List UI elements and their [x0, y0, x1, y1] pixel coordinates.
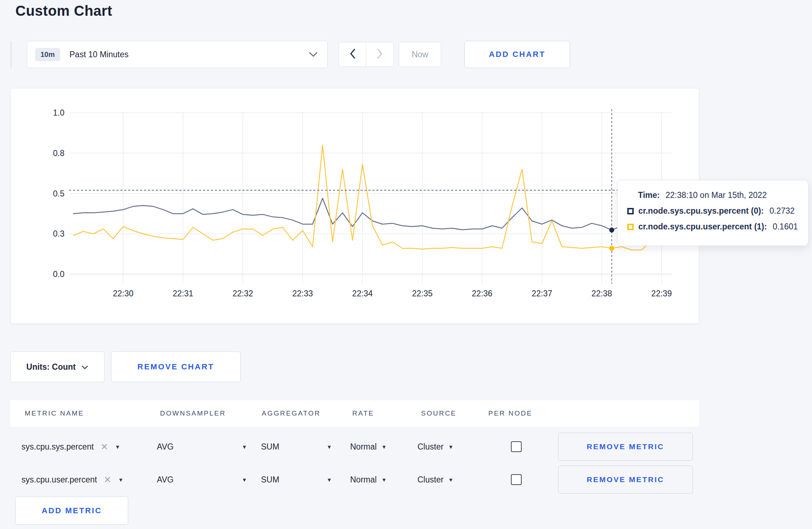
- units-dropdown[interactable]: Units: Count: [10, 351, 105, 382]
- column-header-downsampler: DOWNSAMPLER: [160, 400, 226, 427]
- chart-tooltip: Time: 22:38:10 on Mar 15th, 2022 cr.node…: [617, 180, 808, 246]
- tooltip-series-label: cr.node.sys.cpu.sys.percent (0):: [638, 206, 764, 216]
- caret-down-icon[interactable]: ▼: [118, 477, 124, 482]
- svg-text:22:36: 22:36: [472, 289, 493, 298]
- metrics-table-header: METRIC NAME DOWNSAMPLER AGGREGATOR RATE …: [10, 400, 699, 427]
- remove-metric-label: REMOVE METRIC: [587, 475, 664, 484]
- tooltip-series-label: cr.node.sys.cpu.user.percent (1):: [638, 222, 767, 232]
- aggregator-dropdown[interactable]: SUM ▼: [261, 466, 332, 494]
- caret-down-icon: ▼: [242, 477, 247, 482]
- svg-text:0.0: 0.0: [53, 270, 64, 279]
- next-time-button[interactable]: [366, 42, 393, 67]
- rate-value: Normal: [350, 475, 377, 485]
- units-label: Units: Count: [26, 362, 76, 372]
- time-pager: [339, 42, 394, 67]
- remove-metric-button[interactable]: REMOVE METRIC: [558, 466, 693, 494]
- add-metric-label: ADD METRIC: [42, 506, 102, 515]
- svg-text:22:35: 22:35: [412, 289, 433, 298]
- svg-text:0.3: 0.3: [53, 229, 64, 238]
- svg-text:22:39: 22:39: [651, 289, 672, 298]
- svg-text:22:31: 22:31: [173, 289, 193, 298]
- prev-time-button[interactable]: [339, 42, 366, 67]
- per-node-checkbox[interactable]: [511, 474, 522, 485]
- metric-name-dropdown[interactable]: sys.cpu.user.percent ✕ ▼: [21, 466, 124, 494]
- aggregator-dropdown[interactable]: SUM ▼: [261, 433, 332, 461]
- source-dropdown[interactable]: Cluster ▼: [417, 466, 454, 494]
- caret-down-icon: ▼: [242, 444, 247, 450]
- caret-down-icon: ▼: [327, 444, 332, 450]
- series-swatch-icon: [627, 208, 634, 214]
- add-metric-button[interactable]: ADD METRIC: [15, 496, 128, 525]
- rate-dropdown[interactable]: Normal ▼: [350, 466, 387, 494]
- caret-down-icon: ▼: [448, 477, 454, 482]
- chevron-down-icon: [309, 52, 318, 57]
- tooltip-time-label: Time:: [638, 190, 660, 200]
- source-value: Cluster: [417, 442, 444, 452]
- metric-row: sys.cpu.sys.percent ✕ ▼ AVG ▼ SUM ▼ Norm…: [10, 433, 699, 461]
- aggregator-value: SUM: [261, 442, 279, 452]
- rate-value: Normal: [350, 442, 377, 452]
- remove-metric-button[interactable]: REMOVE METRIC: [558, 433, 693, 461]
- svg-text:0.8: 0.8: [53, 149, 64, 158]
- chart-card: 0.00.30.50.81.022:3022:3122:3222:3322:34…: [10, 88, 699, 324]
- caret-down-icon: ▼: [381, 477, 387, 482]
- time-range-dropdown[interactable]: 10m Past 10 Minutes: [27, 41, 328, 68]
- caret-down-icon[interactable]: ▼: [115, 444, 120, 450]
- time-range-badge: 10m: [35, 48, 60, 61]
- source-dropdown[interactable]: Cluster ▼: [417, 433, 454, 461]
- svg-text:0.5: 0.5: [53, 189, 64, 198]
- chart-svg[interactable]: 0.00.30.50.81.022:3022:3122:3222:3322:34…: [11, 88, 700, 324]
- caret-down-icon: ▼: [448, 444, 454, 450]
- downsampler-dropdown[interactable]: AVG ▼: [157, 433, 247, 461]
- caret-down-icon: ▼: [381, 444, 387, 450]
- remove-tag-icon[interactable]: ✕: [101, 442, 108, 451]
- downsampler-value: AVG: [157, 442, 174, 452]
- svg-text:22:34: 22:34: [352, 289, 373, 298]
- remove-tag-icon[interactable]: ✕: [104, 475, 111, 484]
- chevron-right-icon: [376, 48, 383, 60]
- downsampler-value: AVG: [157, 475, 174, 485]
- tooltip-series-value: 0.1601: [773, 222, 798, 232]
- now-button-label: Now: [412, 50, 428, 59]
- svg-text:22:32: 22:32: [232, 289, 253, 298]
- toolbar-divider: [11, 41, 11, 68]
- per-node-checkbox[interactable]: [511, 441, 522, 452]
- column-header-per-node: PER NODE: [488, 400, 532, 427]
- svg-text:22:37: 22:37: [532, 289, 552, 298]
- rate-dropdown[interactable]: Normal ▼: [350, 433, 387, 461]
- add-chart-button[interactable]: ADD CHART: [464, 41, 570, 68]
- column-header-rate: RATE: [352, 400, 374, 427]
- metric-name-dropdown[interactable]: sys.cpu.sys.percent ✕ ▼: [21, 433, 120, 461]
- svg-text:22:33: 22:33: [293, 289, 313, 298]
- svg-text:22:30: 22:30: [113, 289, 134, 298]
- page-title: Custom Chart: [15, 3, 112, 19]
- now-button[interactable]: Now: [399, 42, 441, 67]
- tooltip-time-row: Time: 22:38:10 on Mar 15th, 2022: [627, 190, 799, 200]
- remove-chart-button[interactable]: REMOVE CHART: [111, 351, 241, 382]
- svg-text:22:38: 22:38: [591, 289, 612, 298]
- column-header-metric-name: METRIC NAME: [25, 400, 84, 427]
- column-header-source: SOURCE: [421, 400, 456, 427]
- tooltip-time-value: 22:38:10 on Mar 15th, 2022: [666, 190, 767, 200]
- tooltip-series-row: cr.node.sys.cpu.user.percent (1): 0.1601: [627, 222, 799, 232]
- add-chart-label: ADD CHART: [489, 50, 546, 59]
- series-swatch-icon: [627, 224, 634, 230]
- remove-chart-label: REMOVE CHART: [137, 362, 214, 372]
- source-value: Cluster: [417, 475, 444, 485]
- tooltip-series-value: 0.2732: [769, 206, 794, 216]
- chevron-down-icon: [81, 362, 88, 372]
- caret-down-icon: ▼: [327, 477, 332, 482]
- remove-metric-label: REMOVE METRIC: [587, 442, 664, 451]
- metric-name-value: sys.cpu.user.percent: [21, 475, 97, 485]
- downsampler-dropdown[interactable]: AVG ▼: [157, 466, 247, 494]
- metric-name-value: sys.cpu.sys.percent: [21, 442, 94, 452]
- svg-text:1.0: 1.0: [53, 108, 64, 117]
- chevron-left-icon: [349, 48, 356, 60]
- metric-row: sys.cpu.user.percent ✕ ▼ AVG ▼ SUM ▼ Nor…: [10, 466, 699, 494]
- tooltip-series-row: cr.node.sys.cpu.sys.percent (0): 0.2732: [627, 206, 799, 216]
- column-header-aggregator: AGGREGATOR: [262, 400, 320, 427]
- aggregator-value: SUM: [261, 475, 279, 485]
- time-range-label: Past 10 Minutes: [69, 50, 129, 59]
